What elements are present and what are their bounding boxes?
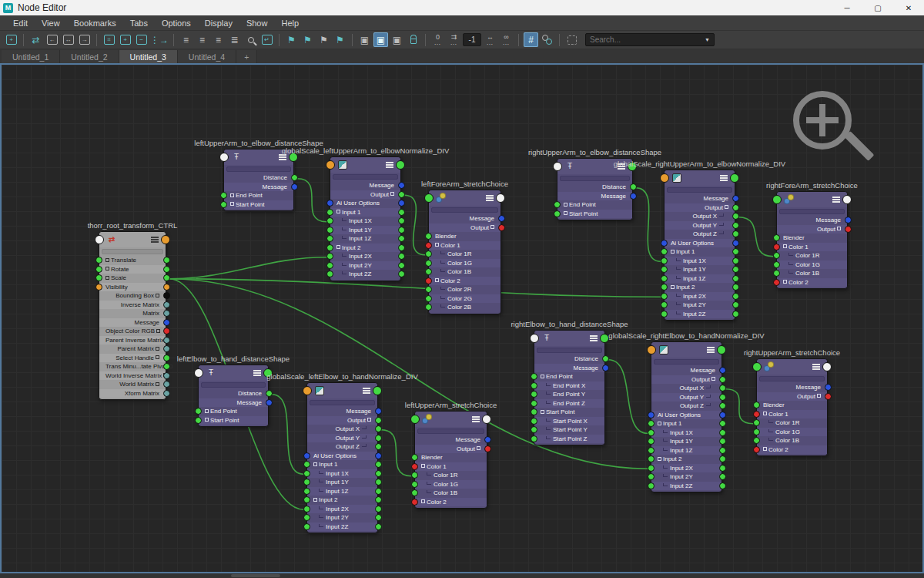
minimize-button[interactable]: ─ [832, 0, 862, 15]
attr-row-color-1r[interactable]: Color 1R [415, 471, 487, 480]
expand-toggle[interactable] [541, 410, 544, 414]
node-body[interactable]: ŦDistanceMessageEnd PointStart Point [223, 149, 294, 211]
output-port[interactable] [163, 372, 170, 379]
output-port[interactable] [719, 465, 726, 472]
input-port[interactable] [303, 523, 310, 530]
attr-row-start-point[interactable]: Start Point [534, 408, 604, 417]
search-magnifier-button[interactable] [243, 32, 258, 47]
node-body[interactable]: ŦDistanceMessageEnd PointStart Point [198, 365, 269, 427]
input-port[interactable] [648, 438, 654, 445]
input-port[interactable] [411, 499, 418, 506]
expand-toggle[interactable] [205, 418, 209, 422]
attr-row-input-2z[interactable]: Input 2Z [651, 482, 721, 491]
input-port[interactable] [531, 435, 537, 442]
input-port[interactable] [531, 391, 537, 398]
attr-row-output[interactable]: Output [307, 416, 377, 425]
output-port[interactable] [163, 363, 170, 370]
header-right-port[interactable] [730, 173, 739, 183]
attr-row-output[interactable]: Output [330, 190, 400, 200]
hamburger-menu-icon[interactable] [386, 162, 393, 169]
attr-row-start-point-z[interactable]: Start Point Z [534, 435, 604, 444]
attr-row-object-color-rgb[interactable]: Object Color RGB [99, 327, 166, 336]
input-port[interactable] [326, 262, 333, 269]
node-swatch-small-button[interactable]: ▣ [357, 32, 372, 47]
input-port[interactable] [425, 277, 432, 284]
attr-row-color-1r[interactable]: Color 1R [777, 251, 847, 260]
expand-toggle[interactable] [763, 412, 767, 415]
input-port[interactable] [425, 250, 432, 257]
output-port[interactable] [719, 473, 726, 480]
search-dropdown-arrow-icon[interactable]: ▼ [705, 37, 710, 42]
output-port[interactable] [163, 284, 170, 291]
attr-row-ai-user-options[interactable]: Ai User Options [330, 199, 400, 208]
input-port[interactable] [195, 408, 202, 415]
connection-style-button[interactable] [540, 32, 554, 47]
iterations-value-field[interactable]: -1 [463, 33, 481, 46]
attr-row-color-1g[interactable]: Color 1G [777, 260, 847, 270]
output-port[interactable] [375, 496, 382, 503]
input-port[interactable] [303, 514, 310, 521]
output-port[interactable] [732, 257, 739, 264]
node-body[interactable]: MessageOutputOutput XOutput YOutput ZAi … [651, 341, 722, 492]
input-port[interactable] [648, 465, 654, 472]
input-port[interactable] [326, 200, 333, 207]
create-node-button[interactable]: + [4, 32, 18, 47]
output-port[interactable] [398, 227, 405, 234]
node-body[interactable]: MessageOutputBlenderColor 1Color 1RColor… [428, 190, 501, 314]
header-right-port[interactable] [482, 415, 491, 424]
node-rightUpperArm_stretchChoice[interactable]: rightUpperArm_stretchChoiceMessageOutput… [756, 358, 828, 456]
node-body[interactable]: MessageOutputBlenderColor 1Color 1RColor… [756, 358, 828, 456]
input-port[interactable] [220, 201, 227, 208]
attr-row-input-2y[interactable]: Input 2Y [330, 261, 400, 271]
input-port[interactable] [554, 201, 561, 208]
menu-show[interactable]: Show [239, 15, 275, 30]
attr-row-message[interactable]: Message [429, 214, 500, 223]
output-port[interactable] [398, 271, 405, 277]
attr-row-color-1[interactable]: Color 1 [777, 243, 847, 252]
expand-toggle[interactable] [435, 278, 439, 282]
attr-row-distance[interactable]: Distance [199, 389, 268, 398]
attr-row-output[interactable]: Output [777, 225, 847, 234]
layout-frame-button[interactable] [564, 32, 579, 47]
output-port[interactable] [163, 355, 170, 361]
node-body[interactable]: MessageOutputAi User OptionsInput 1Input… [330, 156, 401, 281]
header-right-port[interactable] [717, 345, 726, 355]
node-header[interactable] [665, 170, 735, 186]
attr-row-color-2[interactable]: Color 2 [777, 278, 847, 287]
input-port[interactable] [648, 455, 654, 462]
attr-row-input-1z[interactable]: Input 1Z [665, 274, 735, 284]
search-field[interactable]: ▼ [585, 33, 715, 46]
attr-row-parent-matrix[interactable]: Parent Matrix [99, 344, 166, 354]
expand-toggle[interactable] [763, 447, 767, 451]
value-field-row[interactable] [654, 359, 719, 365]
input-port[interactable] [753, 428, 760, 435]
attr-row-distance[interactable]: Distance [224, 173, 293, 183]
attr-row-input-2x[interactable]: Input 2X [307, 505, 377, 514]
expand-connections-button[interactable]: ↔… [483, 32, 497, 47]
expand-toggle[interactable] [421, 464, 425, 468]
zero-connections-button[interactable]: 0… [430, 32, 445, 47]
tab-untitled_3[interactable]: Untitled_3 [119, 50, 178, 63]
node-body[interactable]: MessageOutputOutput XOutput YOutput ZAi … [306, 382, 378, 533]
close-button[interactable]: ✕ [893, 0, 924, 15]
attr-row-blender[interactable]: Blender [415, 453, 487, 462]
attr-row-message[interactable]: Message [330, 181, 400, 190]
expand-toggle[interactable] [783, 280, 787, 284]
output-port[interactable] [163, 345, 170, 352]
output-port[interactable] [163, 390, 170, 397]
attr-row-visibility[interactable]: Visibility [99, 283, 166, 292]
all-connections-button[interactable]: ↔ [61, 32, 75, 47]
attr-row-input-1z[interactable]: Input 1Z [330, 234, 400, 244]
input-port[interactable] [326, 244, 333, 251]
expand-toggle[interactable] [367, 418, 371, 422]
input-port[interactable] [95, 266, 102, 273]
output-port[interactable] [266, 399, 273, 406]
output-port[interactable] [498, 224, 505, 231]
input-port[interactable] [661, 301, 668, 308]
attr-row-output[interactable]: Output [757, 392, 827, 402]
output-port[interactable] [484, 436, 491, 443]
attr-row-color-1b[interactable]: Color 1B [429, 267, 500, 277]
input-port[interactable] [326, 227, 333, 234]
input-port[interactable] [531, 373, 537, 380]
attr-row-color-1b[interactable]: Color 1B [757, 436, 827, 445]
